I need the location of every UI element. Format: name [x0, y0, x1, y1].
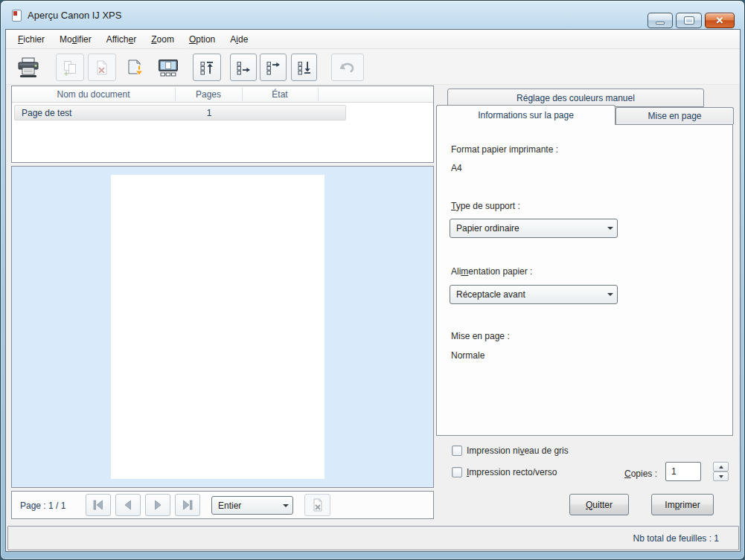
duplex-label[interactable]: Impression recto/verso: [467, 467, 557, 477]
menu-item-zoom[interactable]: Zoom: [144, 30, 182, 49]
move-down-button[interactable]: [260, 54, 287, 81]
column-header-pages[interactable]: Pages: [175, 89, 242, 100]
media-type-value: Papier ordinaire: [450, 223, 604, 234]
document-list-header: Nom du document Pages État: [12, 86, 433, 103]
menu-bar: Fichier Modifier Afficher Zoom Option Ai…: [6, 30, 740, 49]
total-sheets-text: Nb total de feuilles : 1: [633, 533, 719, 544]
close-button[interactable]: ✕: [705, 13, 735, 28]
first-page-button[interactable]: [86, 494, 111, 516]
first-page-icon: [92, 500, 104, 510]
media-type-label: Type de support :: [451, 201, 520, 211]
printer-icon: [16, 57, 40, 78]
copies-spinner-up[interactable]: [713, 462, 729, 472]
minimize-icon: [656, 22, 665, 25]
menu-item-modifier[interactable]: Modifier: [52, 30, 99, 49]
copies-spinner: [713, 462, 729, 481]
chevron-down-icon: [279, 504, 292, 507]
column-header-name[interactable]: Nom du document: [12, 89, 175, 100]
copies-label: Copies :: [624, 469, 657, 479]
spinner-up-icon: [719, 466, 723, 469]
save-document-icon: [127, 59, 144, 77]
menu-item-fichier[interactable]: Fichier: [10, 30, 52, 49]
duplex-checkbox[interactable]: [452, 467, 462, 477]
tab-page-information[interactable]: Informations sur la page: [436, 105, 615, 125]
undo-icon: [339, 61, 356, 74]
previous-page-icon: [122, 500, 134, 510]
paper-size-value: A4: [451, 163, 462, 173]
toolbar-print-button[interactable]: [13, 54, 44, 81]
last-page-icon: [182, 500, 194, 510]
page-indicator: Page : 1 / 1: [20, 501, 65, 511]
spinner-down-icon: [719, 475, 723, 478]
grayscale-checkbox[interactable]: [452, 445, 462, 456]
move-to-last-icon: [297, 60, 312, 75]
chevron-down-icon: [604, 227, 617, 230]
tab-panel-body: [436, 124, 733, 436]
minimize-button[interactable]: [648, 13, 673, 28]
column-separator[interactable]: [318, 88, 319, 101]
paper-size-label: Format papier imprimante :: [451, 144, 558, 155]
page-bar: Page : 1 / 1 Entier: [11, 491, 434, 519]
save-document-button[interactable]: [121, 54, 150, 81]
app-icon-mark: [13, 11, 17, 16]
column-separator[interactable]: [175, 88, 176, 101]
next-page-button[interactable]: [145, 494, 170, 516]
move-up-button[interactable]: [230, 54, 257, 81]
grayscale-label[interactable]: Impression niveau de gris: [467, 445, 569, 456]
menu-item-afficher[interactable]: Afficher: [99, 30, 144, 49]
maximize-icon: [685, 17, 694, 24]
column-separator[interactable]: [242, 88, 243, 101]
document-row[interactable]: Page de test 1: [14, 105, 346, 120]
menu-item-aide[interactable]: Aide: [223, 30, 255, 49]
document-list: Nom du document Pages État Page de test …: [11, 86, 434, 163]
quit-button[interactable]: Quitter: [569, 494, 629, 515]
move-down-icon: [266, 60, 281, 75]
move-to-last-button[interactable]: [291, 54, 317, 81]
print-button[interactable]: Imprimer: [651, 494, 714, 515]
window-title: Aperçu Canon IJ XPS: [28, 10, 121, 21]
preview-area: [11, 166, 434, 488]
media-type-select[interactable]: Papier ordinaire: [450, 219, 618, 238]
menu-item-option[interactable]: Option: [182, 30, 223, 49]
column-header-etat[interactable]: État: [242, 89, 318, 100]
document-pages-cell: 1: [176, 108, 243, 118]
tab-page-layout[interactable]: Mise en page: [615, 107, 734, 124]
zoom-select[interactable]: Entier: [211, 496, 293, 515]
last-page-button[interactable]: [175, 494, 200, 516]
next-page-icon: [152, 500, 164, 510]
status-bar: Nb total de feuilles : 1: [7, 526, 739, 550]
copies-spinner-down[interactable]: [713, 472, 729, 481]
document-name-cell: Page de test: [22, 108, 71, 118]
previous-page-button[interactable]: [115, 494, 141, 516]
thumbnails-icon: [158, 59, 179, 77]
move-up-icon: [236, 60, 251, 75]
combine-documents-button[interactable]: [56, 54, 84, 81]
layout-label: Mise en page :: [451, 331, 510, 341]
delete-document-button[interactable]: [88, 54, 116, 81]
delete-document-icon: [94, 59, 110, 76]
move-to-first-icon: [199, 60, 214, 75]
delete-page-icon: [310, 498, 325, 512]
page-preview: [111, 175, 324, 479]
paper-source-label: Alimentation papier :: [451, 266, 532, 277]
undo-button[interactable]: [331, 54, 364, 81]
paper-source-value: Réceptacle avant: [450, 289, 604, 300]
combine-documents-icon: [62, 59, 78, 76]
maximize-button[interactable]: [676, 13, 702, 28]
delete-page-button[interactable]: [304, 494, 330, 516]
app-icon: [12, 10, 22, 22]
close-icon: ✕: [716, 16, 724, 25]
view-thumbnails-button[interactable]: [153, 54, 184, 81]
move-to-first-button[interactable]: [193, 54, 221, 81]
chevron-down-icon: [604, 293, 617, 296]
zoom-select-value: Entier: [212, 501, 279, 511]
copies-input[interactable]: [665, 462, 701, 481]
paper-source-select[interactable]: Réceptacle avant: [450, 285, 618, 304]
layout-value: Normale: [451, 350, 485, 361]
window-frame: Aperçu Canon IJ XPS ✕ Fichier Modifier A…: [0, 0, 745, 560]
